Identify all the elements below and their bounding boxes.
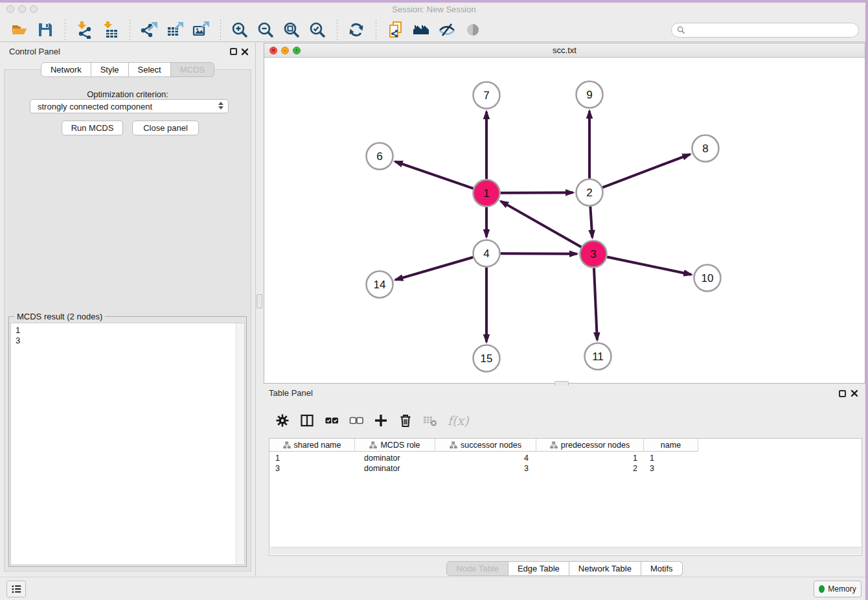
new-network-from-selection-icon[interactable] xyxy=(385,20,405,40)
cell-name[interactable]: 3 xyxy=(644,463,698,474)
column-header-shared-name[interactable]: shared name xyxy=(269,439,355,452)
window-chrome: Session: New Session xyxy=(0,3,868,42)
zoom-selected-icon[interactable] xyxy=(308,20,327,40)
mcds-result-title: MCDS result (2 nodes) xyxy=(14,312,105,321)
unselect-all-columns-icon[interactable] xyxy=(347,411,366,430)
mcds-result-lines: 1 3 xyxy=(16,325,20,346)
criterion-value: strongly connected component xyxy=(38,102,152,111)
graph-edge-3-10[interactable] xyxy=(607,257,691,274)
export-network-icon[interactable] xyxy=(139,20,159,40)
apply-layout-home-icon[interactable] xyxy=(411,20,431,40)
graph-node-label-2: 2 xyxy=(586,187,592,199)
memory-button[interactable]: Memory xyxy=(814,581,862,597)
toolbar-separator xyxy=(375,19,376,40)
table-close-icon[interactable] xyxy=(851,389,858,397)
graph-node-label-7: 7 xyxy=(483,89,489,102)
window-title: Session: New Session xyxy=(0,5,868,14)
show-column-panel-icon[interactable] xyxy=(297,411,317,430)
graph-edge-3-11[interactable] xyxy=(594,268,597,340)
table-settings-gear-icon[interactable] xyxy=(273,411,292,430)
close-panel-button[interactable]: Close panel xyxy=(132,121,199,135)
delete-column-trash-icon[interactable] xyxy=(396,411,415,430)
column-header-mcds-role[interactable]: MCDS role xyxy=(355,439,435,452)
tab-network[interactable]: Network xyxy=(41,62,91,77)
network-canvas[interactable]: 7968124314101511 xyxy=(264,58,865,383)
graph-edge-2-3[interactable] xyxy=(590,206,592,237)
mcds-result-textarea[interactable]: 1 3 xyxy=(10,323,245,565)
cell-shared-name[interactable]: 1 xyxy=(269,453,355,463)
zoom-fit-icon[interactable] xyxy=(282,20,301,40)
cell-name[interactable]: 1 xyxy=(644,453,698,463)
zoom-out-icon[interactable] xyxy=(256,20,275,40)
network-view-window: ✕ − + scc.txt 7968124314101511 xyxy=(264,43,865,384)
vertical-splitter-grip[interactable] xyxy=(257,294,262,308)
zoom-in-icon[interactable] xyxy=(230,20,249,40)
list-icon xyxy=(10,583,22,595)
toolbar-separator xyxy=(64,19,65,40)
import-network-icon[interactable] xyxy=(74,20,94,40)
graph-edge-3-1[interactable] xyxy=(501,202,581,248)
tab-edge-table[interactable]: Edge Table xyxy=(508,561,569,576)
table-row[interactable]: 1 dominator 4 1 1 xyxy=(269,453,698,463)
graph-node-label-1: 1 xyxy=(483,187,489,200)
graph-node-label-8: 8 xyxy=(702,143,708,155)
cell-shared-name[interactable]: 3 xyxy=(269,463,355,474)
run-mcds-button[interactable]: Run MCDS xyxy=(62,121,123,135)
tab-mcds[interactable]: MCDS xyxy=(171,62,214,77)
tab-network-table[interactable]: Network Table xyxy=(569,561,641,576)
cell-predecessor-nodes[interactable]: 2 xyxy=(536,463,644,474)
tab-style[interactable]: Style xyxy=(91,62,129,77)
function-builder-icon: f(x) xyxy=(448,413,469,428)
main-toolbar xyxy=(6,18,486,41)
result-line: 1 xyxy=(16,325,20,336)
column-header-predecessor-nodes[interactable]: predecessor nodes xyxy=(536,439,644,452)
import-table-icon[interactable] xyxy=(100,20,120,40)
cell-predecessor-nodes[interactable]: 1 xyxy=(536,453,644,463)
cell-mcds-role[interactable]: dominator xyxy=(355,463,435,474)
control-panel-tab-bar: Network Style Select MCDS xyxy=(0,62,255,77)
refresh-icon[interactable] xyxy=(347,20,366,40)
network-window-titlebar[interactable]: ✕ − + scc.txt xyxy=(264,43,865,58)
graph-edge-4-14[interactable] xyxy=(395,257,473,280)
float-panel-icon[interactable] xyxy=(230,48,237,55)
table-horizontal-scrollbar[interactable] xyxy=(270,547,861,555)
cell-mcds-role[interactable]: dominator xyxy=(355,453,435,463)
application-window: Session: New Session xyxy=(0,0,868,600)
mcds-panel: Optimization criterion: strongly connect… xyxy=(4,69,251,571)
graph-edge-2-8[interactable] xyxy=(602,154,690,187)
tab-node-table[interactable]: Node Table xyxy=(446,561,508,576)
criterion-dropdown[interactable]: strongly connected component xyxy=(30,99,229,113)
table-row[interactable]: 3 dominator 3 2 3 xyxy=(269,463,698,474)
graphics-details-icon[interactable] xyxy=(437,20,457,40)
export-image-icon[interactable] xyxy=(191,20,211,40)
control-panel-header: Control Panel xyxy=(0,43,255,61)
tab-select[interactable]: Select xyxy=(129,62,171,77)
create-column-plus-icon[interactable] xyxy=(371,411,391,430)
select-all-columns-icon[interactable] xyxy=(322,411,341,430)
graph-edge-1-2[interactable] xyxy=(500,192,573,193)
graph-node-label-9: 9 xyxy=(586,89,592,101)
cell-successor-nodes[interactable]: 4 xyxy=(435,453,536,463)
graph-edge-4-3[interactable] xyxy=(500,253,577,254)
status-bar: Memory xyxy=(0,577,868,600)
column-header-name[interactable]: name xyxy=(644,439,698,452)
result-line: 3 xyxy=(16,336,20,346)
network-window-title: scc.txt xyxy=(264,45,865,55)
save-icon[interactable] xyxy=(36,20,55,40)
task-history-button[interactable] xyxy=(6,581,26,597)
cell-successor-nodes[interactable]: 3 xyxy=(435,463,536,474)
table-panel-title: Table Panel xyxy=(269,388,313,398)
search-input[interactable] xyxy=(671,23,859,38)
graph-node-label-6: 6 xyxy=(376,150,382,163)
column-header-successor-nodes[interactable]: successor nodes xyxy=(435,439,536,452)
result-scrollbar[interactable] xyxy=(236,323,244,564)
tab-motifs[interactable]: Motifs xyxy=(641,561,683,576)
network-graph[interactable]: 7968124314101511 xyxy=(264,58,865,383)
table-tab-bar: Node Table Edge Table Network Table Moti… xyxy=(264,561,865,576)
table-float-icon[interactable] xyxy=(839,390,846,397)
open-file-icon[interactable] xyxy=(10,20,29,40)
export-table-icon[interactable] xyxy=(165,20,185,40)
birds-eye-view-icon[interactable] xyxy=(463,20,483,40)
graph-edge-1-6[interactable] xyxy=(395,161,474,189)
close-panel-icon[interactable] xyxy=(241,48,249,56)
